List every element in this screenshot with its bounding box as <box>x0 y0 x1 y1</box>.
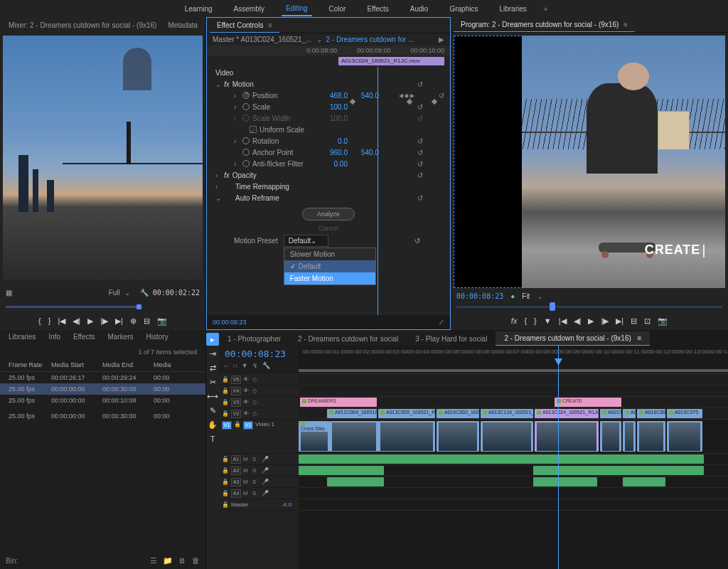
program-menu-icon[interactable]: ≡ <box>623 21 628 28</box>
track-lock-icon[interactable]: 🔒 <box>222 467 229 474</box>
seq-tab[interactable]: 3 - Play Hard for social <box>407 332 496 346</box>
prog-step-fwd-icon[interactable]: |▶ <box>601 317 609 326</box>
v2-target[interactable]: V2 <box>231 410 241 418</box>
selection-tool-icon[interactable]: ▸ <box>206 333 219 346</box>
proj-info-tab[interactable]: Info <box>43 330 66 346</box>
wrench-icon[interactable]: 🔧 <box>140 289 149 297</box>
track-select-tool-icon[interactable]: ⇥ <box>206 347 219 360</box>
workspace-assembly[interactable]: Assembly <box>230 2 269 16</box>
next-keyframe-icon[interactable]: ▶ <box>410 92 414 99</box>
workspace-libraries[interactable]: Libraries <box>495 2 530 16</box>
workspace-audio[interactable]: Audio <box>406 2 433 16</box>
source-viewport[interactable] <box>3 36 203 280</box>
a2-lane[interactable] <box>299 465 728 477</box>
col-framerate[interactable]: Frame Rate <box>6 360 48 370</box>
source-settings-icon[interactable]: ▦ <box>6 289 12 297</box>
anchor-x-value[interactable]: 960.0 <box>319 149 348 156</box>
timeline-clip[interactable] <box>600 421 621 452</box>
panel-menu-icon[interactable]: ≡ <box>268 21 272 29</box>
opacity-reset-icon[interactable]: ↺ <box>417 171 426 179</box>
prog-go-out-icon[interactable]: ▶| <box>616 317 623 326</box>
track-lock-icon[interactable]: 🔒 <box>222 501 229 509</box>
timeline-clip[interactable]: A016C002_160517_R <box>437 409 479 418</box>
flicker-value[interactable]: 0.00 <box>319 160 348 168</box>
mute-icon[interactable]: M <box>243 467 250 474</box>
audio-clip[interactable] <box>533 477 597 486</box>
prog-export-frame-icon[interactable]: 📷 <box>658 317 668 326</box>
col-media-end[interactable]: Media End <box>100 360 151 370</box>
timeline-clip[interactable] <box>481 421 533 452</box>
v2-lane[interactable]: A011C004_160518_RA013C005_160521_R1JCA01… <box>299 408 728 420</box>
timeline-clip[interactable]: A03 <box>623 409 636 418</box>
ec-playhead[interactable] <box>378 67 378 315</box>
list-view-icon[interactable]: ☰ <box>150 556 157 565</box>
source-scrubber[interactable] <box>0 302 205 312</box>
media-row[interactable]: 25.00 fps00:00:00:0000:00:30:0000:00 <box>0 410 205 422</box>
v5-target[interactable]: V5 <box>231 376 241 384</box>
v3-target[interactable]: V3 <box>231 398 241 407</box>
track-lock-icon[interactable]: 🔒 <box>222 399 229 406</box>
proj-effects-tab[interactable]: Effects <box>68 330 100 346</box>
mark-in-icon[interactable]: { <box>38 317 41 325</box>
track-lock-icon[interactable]: 🔒 <box>222 388 229 395</box>
preset-faster-option[interactable]: Faster Motion <box>284 272 375 284</box>
position-y-value[interactable]: 540.0 <box>350 92 379 100</box>
workspace-learning[interactable]: Learning <box>181 2 217 16</box>
preset-reset-icon[interactable]: ↺ <box>414 237 420 245</box>
delete-icon[interactable]: 🗑 <box>192 556 200 565</box>
new-item-icon[interactable]: 🗎 <box>178 556 186 565</box>
track-eye-icon[interactable]: 👁 <box>243 410 250 418</box>
timeline-clip[interactable]: A013C005_160521_R1JC <box>378 409 435 418</box>
time-remapping-label[interactable]: Time Remapping <box>235 183 289 191</box>
motion-reset-icon[interactable]: ↺ <box>417 80 426 88</box>
new-bin-icon[interactable]: 📁 <box>163 556 173 565</box>
mark-out-icon[interactable]: } <box>48 317 51 325</box>
timeline-clip[interactable] <box>378 421 435 452</box>
prog-play-icon[interactable]: ▶ <box>588 317 594 326</box>
auto-reframe-label[interactable]: Auto Reframe <box>235 194 279 202</box>
scale-stopwatch-icon[interactable] <box>242 103 250 110</box>
proj-history-tab[interactable]: History <box>141 330 174 346</box>
ec-footer-timecode[interactable]: 00:00:08:23 <box>213 319 247 326</box>
a4-target[interactable]: A4 <box>231 489 241 498</box>
prog-mark-in-icon[interactable]: { <box>524 317 527 325</box>
go-to-out-icon[interactable]: ▶| <box>115 317 123 326</box>
audio-clip-mixer-tab[interactable]: Mixer: 2 - Dreamers cutdown for social -… <box>3 18 162 32</box>
preset-slower-option[interactable]: Slower Motion <box>284 248 375 260</box>
a3-lane[interactable] <box>299 477 728 488</box>
program-tab[interactable]: Program: 2 - Dreamers cutdown for social… <box>454 18 635 32</box>
rotation-reset-icon[interactable]: ↺ <box>417 137 426 145</box>
program-timecode[interactable]: 00:00:08:23 <box>456 292 503 300</box>
track-lock-icon[interactable]: 🔒 <box>222 479 229 486</box>
a2-target[interactable]: A2 <box>231 467 241 475</box>
mute-icon[interactable]: M <box>243 479 250 486</box>
settings-icon[interactable]: ↯ <box>252 362 258 369</box>
prog-mark-out-icon[interactable]: } <box>534 317 537 325</box>
master-lane[interactable] <box>299 499 728 511</box>
timeline-clip[interactable]: A011C004_160518_R <box>327 409 377 418</box>
anchor-y-value[interactable]: 540.0 <box>350 149 379 156</box>
a4-lane[interactable] <box>299 488 728 499</box>
mute-icon[interactable]: M <box>243 456 250 463</box>
seq-tab[interactable]: 2 - Dreamers cutdown for social <box>289 332 407 346</box>
marker-icon[interactable]: ▼ <box>242 362 248 369</box>
solo-icon[interactable]: S <box>252 456 259 463</box>
mute-icon[interactable]: M <box>243 490 250 497</box>
snap-icon[interactable]: ⌐ <box>225 362 228 369</box>
scale-expand-icon[interactable]: › <box>234 103 240 111</box>
timeline-clip[interactable]: CREATE <box>555 398 621 407</box>
opacity-label[interactable]: Opacity <box>232 171 257 179</box>
step-back-icon[interactable]: ◀| <box>73 317 80 326</box>
timeline-clip[interactable] <box>667 421 702 452</box>
media-row[interactable]: 25.00 fps00:00:26:1700:00:29:2400:00 <box>0 372 205 383</box>
seq-tab-active[interactable]: 2 - Dreamers cutdown for social - (9x16)… <box>496 331 650 346</box>
export-frame-icon[interactable]: 📷 <box>157 317 167 326</box>
track-eye-icon[interactable]: 👁 <box>243 399 250 406</box>
flicker-stopwatch-icon[interactable] <box>242 160 250 167</box>
timeline-clip[interactable]: A013C116_160521_R1JC <box>481 409 533 418</box>
program-scrubber[interactable] <box>451 302 728 312</box>
type-tool-icon[interactable]: T <box>206 432 219 445</box>
close-tab-icon[interactable]: ≡ <box>638 334 642 342</box>
position-reset-icon[interactable]: ↺ <box>439 92 447 100</box>
timeline-clip[interactable]: A02C0 <box>600 409 621 418</box>
